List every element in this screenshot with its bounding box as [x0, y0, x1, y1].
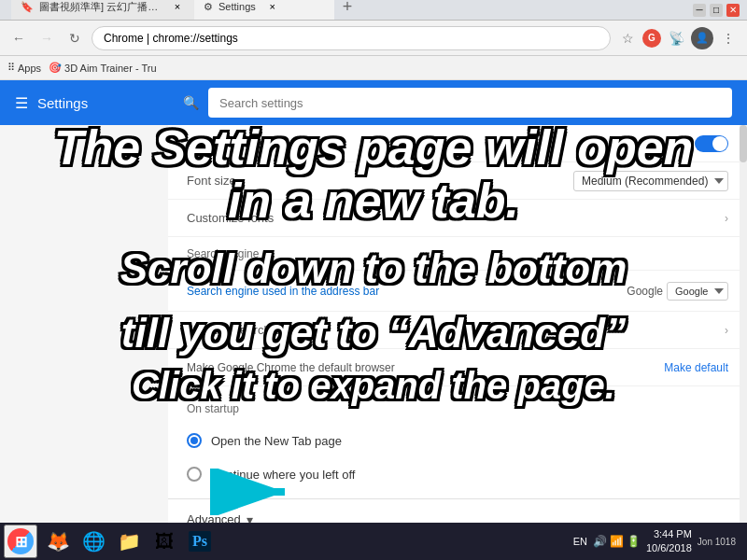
- reload-button[interactable]: ↻: [63, 27, 86, 49]
- bookmark-favicon: 🎯: [49, 62, 62, 74]
- search-engine-description: Search engine used in the address bar: [187, 285, 379, 298]
- minimize-button[interactable]: ─: [693, 4, 706, 17]
- customize-fonts-arrow: ›: [725, 212, 728, 225]
- toolbar-icons: ☆ G 📡 👤 ⋮: [616, 27, 740, 49]
- font-size-dropdown[interactable]: Medium (Recommended): [573, 171, 728, 191]
- taskbar-date-display: 10/6/2018: [646, 541, 692, 555]
- show-bookmarks-label: Show bookmarks bar: [187, 136, 301, 150]
- on-startup-header: On startup: [168, 394, 747, 424]
- network-icon: 📶: [610, 535, 624, 548]
- settings-content-wrapper: ☰ Settings 🔍 Show bookmarks bar Font siz…: [0, 80, 747, 528]
- start-button[interactable]: ⊞: [4, 525, 37, 558]
- sidebar-menu-icon[interactable]: ☰: [15, 94, 28, 112]
- maximize-button[interactable]: □: [710, 4, 723, 17]
- radio-selected-icon: [187, 433, 202, 448]
- sidebar: ☰ Settings: [0, 80, 168, 528]
- images-icon: 🖼: [155, 531, 174, 553]
- windows-logo-icon: ⊞: [7, 528, 34, 554]
- extensions-button[interactable]: G: [642, 29, 661, 48]
- taskbar-right: EN 🔊 📶 🔋 3:44 PM 10/6/2018 Jon 1018: [573, 527, 743, 556]
- 3d-aim-trainer-bookmark[interactable]: 🎯 3D Aim Trainer - Tru: [49, 62, 156, 74]
- tab1-favicon: 🔖: [21, 1, 34, 13]
- make-default-link[interactable]: Make default: [664, 361, 728, 374]
- taskbar-user: Jon 1018: [698, 537, 736, 547]
- startup-option1-label: Open the New Tab page: [211, 434, 342, 448]
- default-browser-item: Make Google Chrome the default browser M…: [168, 349, 747, 386]
- address-input[interactable]: [92, 26, 611, 50]
- new-tab-button[interactable]: +: [334, 0, 360, 20]
- search-engine-dropdown[interactable]: Google: [667, 282, 728, 301]
- taskbar-app-firefox[interactable]: 🦊: [41, 525, 75, 558]
- font-size-item: Font size Medium (Recommended): [168, 162, 747, 200]
- back-button[interactable]: ←: [7, 27, 30, 49]
- settings-search-input[interactable]: [208, 88, 732, 118]
- radio-unselected-icon: [187, 467, 202, 482]
- close-button[interactable]: ✕: [726, 4, 740, 17]
- tab-1[interactable]: 🔖 圖書視頻準準] 云幻广播剧《黑... ×: [11, 0, 194, 20]
- sidebar-header: ☰ Settings: [0, 80, 168, 125]
- settings-search-bar: 🔍: [168, 80, 747, 125]
- address-bar: ← → ↻ ☆ G 📡 👤 ⋮: [0, 21, 747, 56]
- font-size-label: Font size: [187, 174, 236, 188]
- manage-search-engines-item[interactable]: Manage search engines ›: [168, 312, 747, 349]
- startup-option1[interactable]: Open the New Tab page: [168, 424, 747, 457]
- bookmarks-bar: ⠿ Apps 🎯 3D Aim Trainer - Tru: [0, 56, 747, 80]
- tab1-close-button[interactable]: ×: [170, 0, 185, 14]
- title-bar: 🔖 圖書視頻準準] 云幻广播剧《黑... × ⚙ Settings × + ─ …: [0, 0, 747, 21]
- profile-avatar[interactable]: 👤: [691, 27, 713, 49]
- manage-search-engines-label: Manage search engines: [187, 323, 317, 337]
- taskbar-clock: 3:44 PM 10/6/2018: [646, 527, 692, 556]
- taskbar-apps: 🦊 🌐 📁 🖼 Ps: [41, 525, 217, 558]
- volume-icon: 🔊: [593, 535, 607, 548]
- battery-icon: 🔋: [627, 535, 641, 548]
- scrollbar[interactable]: [740, 125, 747, 528]
- forward-button[interactable]: →: [35, 27, 58, 49]
- photoshop-icon: Ps: [189, 531, 211, 552]
- taskbar-lang: EN: [573, 536, 587, 547]
- tab2-label: Settings: [218, 1, 256, 12]
- cast-button[interactable]: 📡: [665, 27, 687, 49]
- menu-button[interactable]: ⋮: [717, 27, 740, 49]
- taskbar-app-browser[interactable]: 🌐: [77, 525, 110, 558]
- taskbar: ⊞ 🦊 🌐 📁 🖼 Ps EN 🔊 📶 🔋 3:44 PM 10/6/2018 …: [0, 523, 747, 560]
- customize-fonts-label: Customize fonts: [187, 211, 274, 225]
- radio-dot: [190, 437, 198, 444]
- search-engine-section-label: Search engine: [187, 247, 259, 260]
- apps-bookmark[interactable]: ⠿ Apps: [7, 62, 41, 74]
- customize-fonts-item[interactable]: Customize fonts ›: [168, 200, 747, 237]
- taskbar-system-icons: 🔊 📶 🔋: [593, 535, 641, 548]
- browser-icon: 🌐: [82, 530, 106, 553]
- tab-2[interactable]: ⚙ Settings ×: [194, 0, 334, 20]
- search-engine-section-header: Search engine: [168, 237, 747, 271]
- bookmark-icon[interactable]: ☆: [616, 27, 639, 49]
- folder-icon: 📁: [118, 530, 141, 553]
- apps-grid-icon: ⠿: [7, 62, 15, 74]
- taskbar-time-display: 3:44 PM: [646, 527, 692, 541]
- search-engine-item: Search engine used in the address bar Go…: [168, 271, 747, 312]
- tab2-favicon: ⚙: [204, 1, 213, 13]
- manage-search-engines-arrow: ›: [725, 324, 728, 337]
- search-engine-value: Google: [627, 285, 663, 298]
- firefox-icon: 🦊: [47, 530, 70, 553]
- taskbar-app-images[interactable]: 🖼: [148, 525, 181, 558]
- search-icon: 🔍: [183, 95, 199, 110]
- on-startup-label: On startup: [187, 402, 239, 415]
- show-bookmarks-bar-item: Show bookmarks bar: [168, 125, 747, 162]
- arrow-area: [205, 469, 299, 515]
- cyan-arrow-icon: [205, 469, 299, 515]
- default-browser-label: Make Google Chrome the default browser: [187, 361, 395, 374]
- taskbar-app-photoshop[interactable]: Ps: [183, 525, 217, 558]
- sidebar-title: Settings: [37, 95, 88, 111]
- main-content: 🔍 Show bookmarks bar Font size Medium (R…: [168, 80, 747, 528]
- scrollbar-thumb[interactable]: [740, 125, 747, 162]
- tab2-close-button[interactable]: ×: [265, 0, 280, 14]
- taskbar-app-folder[interactable]: 📁: [112, 525, 146, 558]
- tab1-label: 圖書視頻準準] 云幻广播剧《黑...: [39, 0, 161, 14]
